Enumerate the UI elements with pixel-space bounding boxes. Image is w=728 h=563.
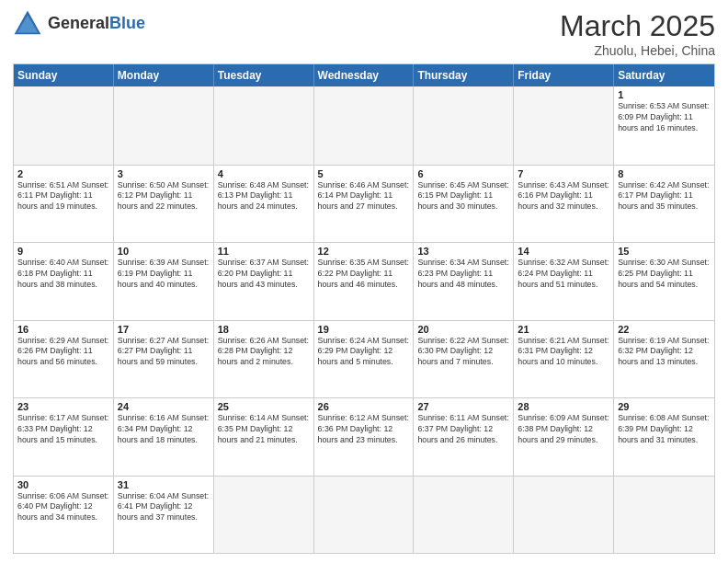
day-number: 16 xyxy=(17,324,109,335)
calendar-body: 1Sunrise: 6:53 AM Sunset: 6:09 PM Daylig… xyxy=(14,86,714,553)
calendar-cell-0-2 xyxy=(214,86,314,165)
day-number: 30 xyxy=(17,479,109,490)
calendar-cell-3-6: 22Sunrise: 6:19 AM Sunset: 6:32 PM Dayli… xyxy=(614,321,714,398)
day-info: Sunrise: 6:17 AM Sunset: 6:33 PM Dayligh… xyxy=(17,413,109,446)
day-info: Sunrise: 6:35 AM Sunset: 6:22 PM Dayligh… xyxy=(318,258,410,291)
header-friday: Friday xyxy=(514,64,614,86)
calendar-cell-0-3 xyxy=(314,86,415,165)
day-number: 6 xyxy=(417,168,509,179)
day-info: Sunrise: 6:29 AM Sunset: 6:26 PM Dayligh… xyxy=(17,336,109,369)
calendar-cell-4-2: 25Sunrise: 6:14 AM Sunset: 6:35 PM Dayli… xyxy=(214,398,314,476)
calendar-cell-0-0 xyxy=(14,86,114,165)
calendar-cell-5-1: 31Sunrise: 6:04 AM Sunset: 6:41 PM Dayli… xyxy=(114,477,214,554)
day-number: 31 xyxy=(118,479,210,490)
day-number: 20 xyxy=(417,324,509,335)
day-info: Sunrise: 6:11 AM Sunset: 6:37 PM Dayligh… xyxy=(417,413,509,446)
logo: GeneralBlue xyxy=(13,9,145,39)
day-info: Sunrise: 6:53 AM Sunset: 6:09 PM Dayligh… xyxy=(618,101,711,134)
calendar-cell-5-4 xyxy=(414,477,514,554)
day-number: 24 xyxy=(118,401,210,412)
calendar-cell-5-3 xyxy=(314,477,415,554)
day-number: 15 xyxy=(618,246,711,257)
day-number: 2 xyxy=(17,168,109,179)
day-number: 5 xyxy=(318,168,410,179)
calendar-cell-2-5: 14Sunrise: 6:32 AM Sunset: 6:24 PM Dayli… xyxy=(514,243,614,320)
header-tuesday: Tuesday xyxy=(214,64,314,86)
calendar-row-5: 30Sunrise: 6:06 AM Sunset: 6:40 PM Dayli… xyxy=(14,476,714,554)
day-info: Sunrise: 6:06 AM Sunset: 6:40 PM Dayligh… xyxy=(17,491,109,524)
calendar-cell-0-6: 1Sunrise: 6:53 AM Sunset: 6:09 PM Daylig… xyxy=(614,86,714,165)
calendar-cell-4-3: 26Sunrise: 6:12 AM Sunset: 6:36 PM Dayli… xyxy=(314,398,415,476)
calendar-cell-4-5: 28Sunrise: 6:09 AM Sunset: 6:38 PM Dayli… xyxy=(514,398,614,476)
logo-general: General xyxy=(48,14,109,32)
day-number: 12 xyxy=(318,246,410,257)
day-number: 10 xyxy=(118,246,210,257)
day-number: 4 xyxy=(218,168,310,179)
day-number: 28 xyxy=(518,401,609,412)
calendar-row-0: 1Sunrise: 6:53 AM Sunset: 6:09 PM Daylig… xyxy=(14,86,714,165)
day-number: 9 xyxy=(17,246,109,257)
day-info: Sunrise: 6:50 AM Sunset: 6:12 PM Dayligh… xyxy=(118,180,210,213)
header-sunday: Sunday xyxy=(14,64,114,86)
day-number: 7 xyxy=(518,168,609,179)
day-info: Sunrise: 6:32 AM Sunset: 6:24 PM Dayligh… xyxy=(518,258,609,291)
calendar-cell-3-4: 20Sunrise: 6:22 AM Sunset: 6:30 PM Dayli… xyxy=(414,321,514,398)
calendar-cell-3-5: 21Sunrise: 6:21 AM Sunset: 6:31 PM Dayli… xyxy=(514,321,614,398)
generalblue-logo-icon xyxy=(13,9,42,39)
day-info: Sunrise: 6:21 AM Sunset: 6:31 PM Dayligh… xyxy=(518,336,609,369)
calendar-cell-1-0: 2Sunrise: 6:51 AM Sunset: 6:11 PM Daylig… xyxy=(14,166,114,243)
calendar-row-3: 16Sunrise: 6:29 AM Sunset: 6:26 PM Dayli… xyxy=(14,320,714,398)
calendar-cell-3-2: 18Sunrise: 6:26 AM Sunset: 6:28 PM Dayli… xyxy=(214,321,314,398)
day-info: Sunrise: 6:42 AM Sunset: 6:17 PM Dayligh… xyxy=(618,180,711,213)
header-monday: Monday xyxy=(114,64,214,86)
logo-blue: Blue xyxy=(109,14,145,32)
calendar-cell-3-1: 17Sunrise: 6:27 AM Sunset: 6:27 PM Dayli… xyxy=(114,321,214,398)
day-info: Sunrise: 6:27 AM Sunset: 6:27 PM Dayligh… xyxy=(118,336,210,369)
header: GeneralBlue March 2025 Zhuolu, Hebei, Ch… xyxy=(13,9,715,58)
day-info: Sunrise: 6:45 AM Sunset: 6:15 PM Dayligh… xyxy=(417,180,509,213)
day-number: 14 xyxy=(518,246,609,257)
day-info: Sunrise: 6:16 AM Sunset: 6:34 PM Dayligh… xyxy=(118,413,210,446)
location: Zhuolu, Hebei, China xyxy=(560,43,715,58)
title-block: March 2025 Zhuolu, Hebei, China xyxy=(560,9,715,58)
day-number: 22 xyxy=(618,324,711,335)
calendar-cell-3-3: 19Sunrise: 6:24 AM Sunset: 6:29 PM Dayli… xyxy=(314,321,415,398)
day-info: Sunrise: 6:51 AM Sunset: 6:11 PM Dayligh… xyxy=(17,180,109,213)
calendar-cell-4-0: 23Sunrise: 6:17 AM Sunset: 6:33 PM Dayli… xyxy=(14,398,114,476)
calendar-cell-4-6: 29Sunrise: 6:08 AM Sunset: 6:39 PM Dayli… xyxy=(614,398,714,476)
day-number: 11 xyxy=(218,246,310,257)
calendar-cell-1-6: 8Sunrise: 6:42 AM Sunset: 6:17 PM Daylig… xyxy=(614,166,714,243)
day-number: 29 xyxy=(618,401,711,412)
day-info: Sunrise: 6:08 AM Sunset: 6:39 PM Dayligh… xyxy=(618,413,711,446)
day-info: Sunrise: 6:19 AM Sunset: 6:32 PM Dayligh… xyxy=(618,336,711,369)
day-number: 13 xyxy=(417,246,509,257)
calendar-cell-2-1: 10Sunrise: 6:39 AM Sunset: 6:19 PM Dayli… xyxy=(114,243,214,320)
day-info: Sunrise: 6:24 AM Sunset: 6:29 PM Dayligh… xyxy=(318,336,410,369)
day-number: 17 xyxy=(118,324,210,335)
calendar-cell-0-4 xyxy=(414,86,514,165)
calendar-cell-5-5 xyxy=(514,477,614,554)
day-info: Sunrise: 6:34 AM Sunset: 6:23 PM Dayligh… xyxy=(417,258,509,291)
calendar-cell-0-1 xyxy=(114,86,214,165)
day-number: 26 xyxy=(318,401,410,412)
header-thursday: Thursday xyxy=(414,64,514,86)
calendar-cell-3-0: 16Sunrise: 6:29 AM Sunset: 6:26 PM Dayli… xyxy=(14,321,114,398)
day-number: 3 xyxy=(118,168,210,179)
day-info: Sunrise: 6:48 AM Sunset: 6:13 PM Dayligh… xyxy=(218,180,310,213)
calendar-cell-5-0: 30Sunrise: 6:06 AM Sunset: 6:40 PM Dayli… xyxy=(14,477,114,554)
logo-text: GeneralBlue xyxy=(48,15,145,33)
month-title: March 2025 xyxy=(560,9,715,43)
header-wednesday: Wednesday xyxy=(314,64,415,86)
calendar-cell-2-2: 11Sunrise: 6:37 AM Sunset: 6:20 PM Dayli… xyxy=(214,243,314,320)
calendar-cell-5-6 xyxy=(614,477,714,554)
day-info: Sunrise: 6:12 AM Sunset: 6:36 PM Dayligh… xyxy=(318,413,410,446)
calendar-cell-1-4: 6Sunrise: 6:45 AM Sunset: 6:15 PM Daylig… xyxy=(414,166,514,243)
day-info: Sunrise: 6:40 AM Sunset: 6:18 PM Dayligh… xyxy=(17,258,109,291)
day-number: 1 xyxy=(618,89,711,100)
day-number: 21 xyxy=(518,324,609,335)
day-info: Sunrise: 6:37 AM Sunset: 6:20 PM Dayligh… xyxy=(218,258,310,291)
calendar-cell-2-3: 12Sunrise: 6:35 AM Sunset: 6:22 PM Dayli… xyxy=(314,243,415,320)
day-info: Sunrise: 6:30 AM Sunset: 6:25 PM Dayligh… xyxy=(618,258,711,291)
header-saturday: Saturday xyxy=(614,64,714,86)
calendar-row-1: 2Sunrise: 6:51 AM Sunset: 6:11 PM Daylig… xyxy=(14,165,714,243)
